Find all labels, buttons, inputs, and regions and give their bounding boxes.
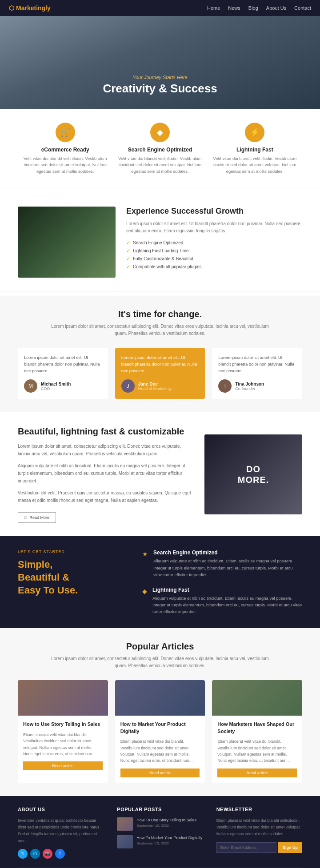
feature-fast: ⚡ Lightning Fast Velit vitae dui blandit… [208,123,302,175]
read-more-button[interactable]: □ Read More [18,512,56,523]
testimonials-grid: Lorem ipsum dolor sit amet elit. Ut blan… [18,348,302,399]
feature-ecommerce-title: eCommerce Ready [22,147,108,153]
beautiful-para2: Aliquam vulputate et nibh ac tincidunt. … [18,462,194,485]
author-role-1: COO [41,386,71,391]
dark-cta-line3: Easy To Use. [18,585,78,596]
check-icon-2: ✓ [126,248,130,254]
facebook-icon[interactable]: f [55,849,65,859]
hero-background [0,16,320,109]
testimonial-3: Lorem ipsum dolor sit amet elit. Ut blan… [212,348,302,399]
newsletter-signup-button[interactable]: Sign Up [278,842,302,853]
testimonial-text-2: Lorem ipsum dolor sit amet elit. Ut blan… [121,354,199,374]
check-icon-4: ✓ [126,264,130,270]
articles-desc: Lorem ipsum dolor sit amet, consectetur … [49,655,271,669]
check-item-4: ✓ Compatible with all popular plugins. [126,264,302,270]
check-label-4: Compatible with all popular plugins. [133,264,203,269]
footer-popular-title: POPULAR POSTS [117,807,203,812]
fast-icon: ⚡ [245,123,264,142]
testimonial-2: Lorem ipsum dolor sit amet elit. Ut blan… [115,348,205,399]
article-2: How to Market Your Product Digitally Eti… [115,680,205,782]
footer-newsletter: NEWSLETTER Etiam placerat velit vitae du… [216,807,302,859]
check-icon-1: ✓ [126,240,130,246]
feature-fast-title: Lightning Fast [212,147,298,153]
pp-title-2[interactable]: How To Market Your Product Digitally [136,835,202,841]
testimonial-author-3: T Tina Johnson Co-founder [218,379,296,393]
article-excerpt-1: Etiam placerat velit vitae dui blandit. … [23,732,103,757]
author-role-2: Head of Marketing [138,386,171,391]
check-item-1: ✓ Search Engine Optimized. [126,240,302,246]
check-item-3: ✓ Fully Customizable & Beautiful. [126,256,302,262]
footer-about-title: ABOUT US [18,807,104,812]
dark-feature-icon-2: ◆ [142,588,147,595]
pp-title-1[interactable]: How To Use Story Telling In Sales [136,817,196,823]
twitter-icon[interactable]: 𝕏 [18,849,28,859]
pp-date-1: September 10, 2022 [136,824,196,828]
author-info-3: Tina Johnson Co-founder [235,382,264,391]
popular-post-1: How To Use Story Telling In Sales Septem… [117,817,203,831]
growth-section: Experience Successful Growth Lorem ipsum… [0,193,320,291]
growth-checklist: ✓ Search Engine Optimized. ✓ Lightning F… [126,240,302,270]
footer: ABOUT US Inventore veritatis et quasi ar… [0,796,320,868]
author-name-2: Jane Doe [138,382,171,386]
author-info-2: Jane Doe Head of Marketing [138,382,171,391]
article-btn-1[interactable]: Read article [23,761,103,770]
articles-grid: How to Use Story Telling in Sales Etiam … [18,680,302,782]
avatar-michael: M [24,379,37,393]
dark-cta-section: LET'S GET STARTED Simple, Beautiful & Ea… [0,536,320,628]
pp-image-1 [117,817,133,831]
social-icons: 𝕏 in 📷 f [18,849,104,859]
dark-feature-desc-2: Aliquam vulputate et nibh ac tincidunt. … [152,595,302,615]
dark-feature-1: ★ Search Engine Optimized Aliquam vulput… [142,549,302,578]
growth-desc: Lorem ipsum dolor sit amet elit. Ut blan… [126,220,302,235]
article-body-3: How Marketers Have Shaped Our Society Et… [212,716,302,782]
check-label-3: Fully Customizable & Beautiful. [133,256,194,261]
popular-post-2: How To Market Your Product Digitally Sep… [117,835,203,848]
read-more-icon: □ [24,515,27,520]
features-row: 🛒 eCommerce Ready Velit vitae dui blandi… [0,109,320,188]
testimonial-author-1: M Michael Smith COO [24,379,102,393]
nav-home[interactable]: Home [207,5,220,11]
article-3: How Marketers Have Shaped Our Society Et… [212,680,302,782]
testimonials-desc: Lorem ipsum dolor sit amet, consectetur … [49,323,271,337]
linkedin-icon[interactable]: in [30,849,40,859]
growth-image-inner [18,207,116,278]
author-name-3: Tina Johnson [235,382,264,386]
logo-text: Marketingly [16,4,51,12]
dark-cta-line2: Beautiful & [18,572,69,583]
nav-contact[interactable]: Contact [294,5,311,11]
nav-news[interactable]: News [228,5,240,11]
beautiful-section: Beautiful, lightning fast & customizable… [0,412,320,536]
dark-feature-content-2: Lightning Fast Aliquam vulputate et nibh… [152,587,302,615]
dark-feature-title-1: Search Engine Optimized [153,549,302,556]
nav-about[interactable]: About Us [266,5,286,11]
dark-feature-content-1: Search Engine Optimized Aliquam vulputat… [153,549,302,578]
newsletter-email-input[interactable] [216,842,276,853]
beautiful-content: Beautiful, lightning fast & customizable… [18,426,194,523]
articles-title: Popular Articles [18,641,302,652]
feature-ecommerce-desc: Velit vitae dui blandit velit illudin. V… [22,155,108,175]
article-title-2: How to Market Your Product Digitally [120,721,200,735]
article-image-1 [18,680,108,716]
article-title-3: How Marketers Have Shaped Our Society [217,721,297,735]
hero-subtitle: Your Journey Starts Here [103,75,217,80]
footer-about-text: Inventore veritatis et quasi architecto … [18,817,104,844]
article-body-2: How to Market Your Product Digitally Eti… [115,716,205,782]
avatar-jane: J [121,379,135,393]
dark-cta-title: Simple, Beautiful & Easy To Use. [18,558,124,597]
pp-info-2: How To Market Your Product Digitally Sep… [136,835,202,846]
article-btn-3[interactable]: Read article [217,768,297,777]
feature-seo-title: Search Engine Optimized [117,147,203,153]
site-logo[interactable]: ⬡ Marketingly [9,4,51,12]
growth-title: Experience Successful Growth [126,207,302,216]
nav-blog[interactable]: Blog [248,5,258,11]
feature-ecommerce: 🛒 eCommerce Ready Velit vitae dui blandi… [18,123,112,175]
instagram-icon[interactable]: 📷 [43,849,52,859]
logo-icon: ⬡ [9,4,14,12]
check-icon-3: ✓ [126,256,130,262]
author-name-1: Michael Smith [41,382,71,386]
beautiful-title: Beautiful, lightning fast & customizable [18,426,194,437]
navbar: ⬡ Marketingly Home News Blog About Us Co… [0,0,320,16]
footer-newsletter-title: NEWSLETTER [216,807,302,812]
article-btn-2[interactable]: Read article [120,768,200,777]
feature-seo-desc: Velit vitae dui blandit velit illudin. V… [117,155,203,175]
